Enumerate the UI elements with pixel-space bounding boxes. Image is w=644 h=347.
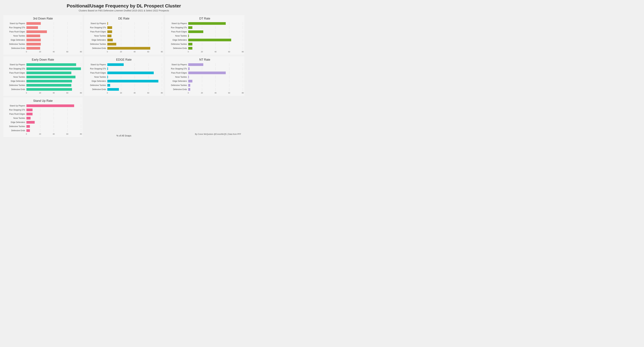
bar-label: Run Stopping DTs <box>5 109 26 111</box>
chart-title-3rd-down: 3rd Down Rate <box>5 17 81 20</box>
footer-text: By Conor McQuiston @ConorMcQ5 | Data fro… <box>195 133 244 135</box>
bar-row: Edge Defenders <box>86 79 162 83</box>
bar-label: Defensive Ends <box>5 47 26 49</box>
page-subtitle: Clusters Based on FBS Defensive Linemen … <box>3 9 244 12</box>
bar-label: Edge Defenders <box>86 80 107 82</box>
footer-container: By Conor McQuiston @ConorMcQ5 | Data fro… <box>165 98 244 137</box>
bar-row: Run Stopping DTs <box>5 67 81 71</box>
bar-label: Stand Up Players <box>86 22 107 25</box>
bar-row: Defensive Tackles <box>5 84 81 87</box>
bar-label: Defensive Ends <box>86 47 107 49</box>
bar-row: Defensive Tackles <box>167 42 243 46</box>
bar-row: Defensive Ends <box>5 88 81 91</box>
chart-edge-rate: EDGE Rate Stand Up Players Run Stopping … <box>84 56 164 96</box>
bar-label: Defensive Tackles <box>5 125 26 128</box>
bar-label: Stand Up Players <box>167 22 188 25</box>
bar-row: Pass Rush Edges <box>167 71 243 75</box>
bar-row: Nose Tackles <box>167 75 243 79</box>
bar-row: Defensive Ends <box>86 47 162 50</box>
bar-chart-dt: Stand Up Players Run Stopping DTs Pass R… <box>167 22 243 53</box>
bar-row: Defensive Ends <box>167 88 243 91</box>
bar-label: Nose Tackles <box>167 76 188 78</box>
bar-label: Run Stopping DTs <box>167 27 188 29</box>
bar-row: Edge Defenders <box>167 38 243 42</box>
bar-label: Edge Defenders <box>5 80 26 82</box>
bar-label: Defensive Tackles <box>5 43 26 45</box>
bar-label: Defensive Tackles <box>167 43 188 45</box>
chart-stand-up-rate: Stand Up Rate Stand Up Players Run Stopp… <box>3 98 82 137</box>
bar-row: Nose Tackles <box>86 75 162 79</box>
chart-de-rate: DE Rate Stand Up Players Run Stopping DT… <box>84 15 164 55</box>
bar-row: Edge Defenders <box>5 79 81 83</box>
bar-row: Stand Up Players <box>5 63 81 67</box>
bar-row: Stand Up Players <box>86 63 162 67</box>
bar-label: Pass Rush Edges <box>5 113 26 115</box>
bar-label: Stand Up Players <box>167 64 188 66</box>
bar-row: Stand Up Players <box>167 22 243 25</box>
bar-row: Run Stopping DTs <box>167 67 243 71</box>
bar-label: Pass Rush Edges <box>86 31 107 33</box>
chart-title-early-down: Early Down Rate <box>5 58 81 62</box>
bar-row: Nose Tackles <box>167 34 243 38</box>
bar-label: Pass Rush Edges <box>167 72 188 74</box>
bar-row: Defensive Ends <box>86 88 162 91</box>
bar-chart-stand-up: Stand Up Players Run Stopping DTs Pass R… <box>5 104 81 135</box>
chart-title-nt: NT Rate <box>167 58 243 62</box>
bar-row: Defensive Tackles <box>167 84 243 87</box>
bar-row: Defensive Tackles <box>5 125 81 128</box>
chart-nt-rate: NT Rate Stand Up Players Run Stopping DT… <box>165 56 244 96</box>
bar-label: Defensive Ends <box>167 88 188 91</box>
x-axis-label-container: % of All Snaps <box>84 98 164 137</box>
x-axis-label: % of All Snaps <box>116 134 131 137</box>
bar-label: Defensive Ends <box>5 129 26 132</box>
bar-row: Pass Rush Edges <box>86 30 162 34</box>
chart-dt-rate: DT Rate Stand Up Players Run Stopping DT… <box>165 15 244 55</box>
bar-label: Edge Defenders <box>5 121 26 123</box>
bar-row: Run Stopping DTs <box>5 108 81 112</box>
bar-row: Pass Rush Edges <box>5 112 81 116</box>
bar-label: Edge Defenders <box>86 39 107 41</box>
bar-row: Stand Up Players <box>86 22 162 25</box>
bar-row: Defensive Ends <box>167 47 243 50</box>
chart-title-de: DE Rate <box>86 17 162 20</box>
bar-label: Nose Tackles <box>86 76 107 78</box>
bar-row: Defensive Tackles <box>5 42 81 46</box>
bar-row: Pass Rush Edges <box>5 71 81 75</box>
page-title: Positional/Usage Frequency by DL Prospec… <box>3 3 244 9</box>
bar-chart-nt: Stand Up Players Run Stopping DTs Pass R… <box>167 63 243 94</box>
bar-row: Stand Up Players <box>5 104 81 108</box>
chart-3rd-down-rate: 3rd Down Rate Stand Up Players Run Stopp… <box>3 15 82 55</box>
bar-row: Run Stopping DTs <box>86 67 162 71</box>
bar-label: Defensive Tackles <box>86 84 107 86</box>
chart-title-edge: EDGE Rate <box>86 58 162 62</box>
bar-row: Stand Up Players <box>5 22 81 25</box>
bar-row: Defensive Ends <box>5 129 81 132</box>
chart-title-stand-up: Stand Up Rate <box>5 99 81 103</box>
bar-chart-de: Stand Up Players Run Stopping DTs Pass R… <box>86 22 162 53</box>
bar-row: Pass Rush Edges <box>5 30 81 34</box>
bar-row: Nose Tackles <box>5 116 81 120</box>
bar-label: Pass Rush Edges <box>5 72 26 74</box>
bar-row: Nose Tackles <box>5 34 81 38</box>
bar-row: Run Stopping DTs <box>86 26 162 30</box>
bar-label: Defensive Tackles <box>86 43 107 45</box>
bar-row: Defensive Tackles <box>86 84 162 87</box>
bar-label: Run Stopping DTs <box>86 68 107 70</box>
bar-label: Run Stopping DTs <box>5 68 26 70</box>
bar-label: Stand Up Players <box>5 64 26 66</box>
bar-label: Defensive Ends <box>5 88 26 91</box>
bar-label: Run Stopping DTs <box>167 68 188 70</box>
bar-row: Edge Defenders <box>5 120 81 124</box>
bar-label: Nose Tackles <box>5 117 26 119</box>
bar-label: Edge Defenders <box>167 80 188 82</box>
bar-label: Defensive Tackles <box>167 84 188 86</box>
bar-label: Pass Rush Edges <box>86 72 107 74</box>
bar-row: Edge Defenders <box>5 38 81 42</box>
bar-chart-early-down: Stand Up Players Run Stopping DTs Pass R… <box>5 63 81 94</box>
bar-label: Defensive Ends <box>167 47 188 49</box>
bar-row: Edge Defenders <box>86 38 162 42</box>
chart-early-down-rate: Early Down Rate Stand Up Players Run Sto… <box>3 56 82 96</box>
bar-label: Pass Rush Edges <box>167 31 188 33</box>
bar-label: Nose Tackles <box>5 76 26 78</box>
bar-row: Run Stopping DTs <box>5 26 81 30</box>
